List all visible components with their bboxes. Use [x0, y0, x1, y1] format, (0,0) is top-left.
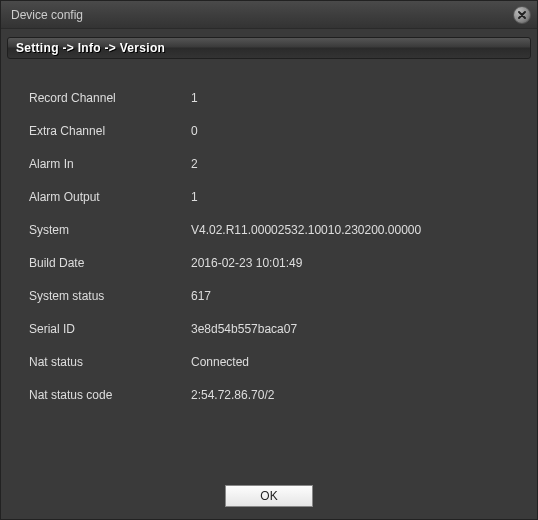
info-value: 617 [191, 289, 211, 304]
info-label: Alarm In [29, 157, 191, 172]
info-row: Record Channel 1 [29, 91, 527, 106]
dialog-footer: OK [1, 475, 537, 519]
info-row: Serial ID 3e8d54b557baca07 [29, 322, 527, 337]
close-icon [517, 6, 527, 24]
info-row: Nat status code 2:54.72.86.70/2 [29, 388, 527, 403]
info-row: Alarm In 2 [29, 157, 527, 172]
info-row: System status 617 [29, 289, 527, 304]
info-row: Nat status Connected [29, 355, 527, 370]
version-info-panel: Record Channel 1 Extra Channel 0 Alarm I… [1, 63, 537, 475]
info-value: 2 [191, 157, 198, 172]
info-value: V4.02.R11.00002532.10010.230200.00000 [191, 223, 421, 238]
info-value: 0 [191, 124, 198, 139]
info-row: Extra Channel 0 [29, 124, 527, 139]
info-value: 1 [191, 91, 198, 106]
breadcrumb-bar: Setting -> Info -> Version [7, 37, 531, 59]
info-label: System [29, 223, 191, 238]
ok-button[interactable]: OK [225, 485, 313, 507]
info-value: 3e8d54b557baca07 [191, 322, 297, 337]
info-label: Record Channel [29, 91, 191, 106]
info-label: System status [29, 289, 191, 304]
info-label: Nat status code [29, 388, 191, 403]
info-label: Alarm Output [29, 190, 191, 205]
info-row: System V4.02.R11.00002532.10010.230200.0… [29, 223, 527, 238]
info-value: 1 [191, 190, 198, 205]
info-label: Build Date [29, 256, 191, 271]
window-title: Device config [11, 8, 513, 22]
info-row: Build Date 2016-02-23 10:01:49 [29, 256, 527, 271]
info-value: 2:54.72.86.70/2 [191, 388, 274, 403]
close-button[interactable] [513, 6, 531, 24]
titlebar: Device config [1, 1, 537, 29]
info-value: 2016-02-23 10:01:49 [191, 256, 302, 271]
info-label: Nat status [29, 355, 191, 370]
info-value: Connected [191, 355, 249, 370]
info-label: Serial ID [29, 322, 191, 337]
info-row: Alarm Output 1 [29, 190, 527, 205]
info-label: Extra Channel [29, 124, 191, 139]
breadcrumb: Setting -> Info -> Version [16, 41, 165, 55]
device-config-window: Device config Setting -> Info -> Version… [0, 0, 538, 520]
